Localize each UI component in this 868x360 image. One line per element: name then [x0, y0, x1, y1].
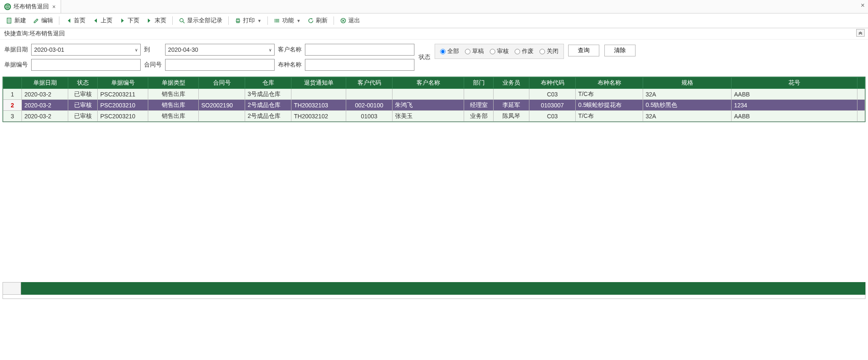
rownum-header[interactable] [3, 77, 22, 89]
tab-close-icon[interactable]: × [51, 3, 56, 10]
cell[interactable] [494, 89, 529, 100]
tab-active[interactable]: 坯布销售退回 × [0, 0, 61, 13]
cell[interactable]: PSC2003210 [98, 111, 148, 122]
rownum-cell[interactable]: 3 [3, 111, 22, 122]
status-draft[interactable]: 草稿 [465, 48, 484, 55]
window-close-icon[interactable]: × [861, 2, 865, 9]
cell[interactable]: 销售出库 [148, 89, 199, 100]
query-button[interactable]: 查询 [568, 45, 599, 56]
fabric-input[interactable] [305, 59, 414, 71]
table-row[interactable]: 22020-03-2已审核PSC2003210销售出库SO20021902号成品… [3, 100, 865, 111]
col-header[interactable]: 单据日期 [22, 77, 68, 89]
cell[interactable] [464, 89, 494, 100]
prev-page-button[interactable]: 上页 [90, 16, 115, 25]
refresh-button[interactable]: 刷新 [305, 16, 330, 25]
cell[interactable] [393, 89, 464, 100]
clear-button[interactable]: 清除 [604, 45, 636, 56]
col-header[interactable]: 单据类型 [148, 77, 199, 89]
exit-button[interactable]: 退出 [337, 16, 363, 25]
cell[interactable]: AABB [732, 111, 857, 122]
cell[interactable]: 2020-03-2 [22, 100, 68, 111]
cell[interactable]: TH20032103 [291, 100, 346, 111]
col-header[interactable]: 仓库 [245, 77, 291, 89]
search-icon [179, 17, 185, 24]
function-button[interactable]: 功能 ▼ [271, 16, 303, 25]
cell[interactable]: SO2002190 [199, 100, 245, 111]
cell[interactable]: 0.5蜈蚣纱提花布 [576, 100, 643, 111]
col-header[interactable]: 规格 [643, 77, 732, 89]
cell[interactable]: AABB [732, 89, 857, 100]
col-header[interactable]: 客户代码 [346, 77, 393, 89]
col-header[interactable]: 单据编号 [98, 77, 148, 89]
cell[interactable]: 2020-03-2 [22, 89, 68, 100]
col-header[interactable]: 客户名称 [393, 77, 464, 89]
col-header[interactable]: 状态 [68, 77, 98, 89]
cell[interactable]: 李延军 [494, 100, 529, 111]
cell[interactable]: 经理室 [464, 100, 494, 111]
status-all[interactable]: 全部 [440, 48, 459, 55]
date-from-input[interactable]: 2020-03-01 ∨ [31, 44, 141, 56]
cell[interactable]: 0.5轨纱黑色 [643, 100, 732, 111]
cell[interactable]: PSC2003210 [98, 100, 148, 111]
filter-actions: 查询 清除 [568, 44, 636, 56]
col-header[interactable]: 花号 [732, 77, 857, 89]
cell[interactable]: C03 [529, 111, 576, 122]
cell[interactable]: 3号成品仓库 [245, 89, 291, 100]
exit-icon [340, 17, 347, 24]
cell[interactable]: PSC2003211 [98, 89, 148, 100]
date-to-input[interactable]: 2020-04-30 ∨ [165, 44, 275, 56]
col-header[interactable]: 布种代码 [529, 77, 576, 89]
cell[interactable]: T/C布 [576, 111, 643, 122]
cell[interactable]: 32A [643, 111, 732, 122]
col-header[interactable]: 布种名称 [576, 77, 643, 89]
first-page-button[interactable]: 首页 [63, 16, 88, 25]
col-header[interactable]: 业务员 [494, 77, 529, 89]
cell[interactable] [199, 111, 245, 122]
collapse-toggle[interactable] [856, 29, 865, 37]
cell[interactable]: 0103007 [529, 100, 576, 111]
col-header[interactable]: 退货通知单 [291, 77, 346, 89]
cust-name-input[interactable] [305, 44, 414, 56]
cell[interactable]: 2020-03-2 [22, 111, 68, 122]
cell[interactable]: 张美玉 [393, 111, 464, 122]
rownum-cell[interactable]: 1 [3, 89, 22, 100]
cell[interactable]: 已审核 [68, 111, 98, 122]
cell[interactable]: 2号成品仓库 [245, 111, 291, 122]
print-button[interactable]: 打印 ▼ [232, 16, 264, 25]
cell[interactable]: 销售出库 [148, 100, 199, 111]
cell[interactable]: C03 [529, 89, 576, 100]
status-audited[interactable]: 审核 [490, 48, 509, 55]
cell[interactable]: 业务部 [464, 111, 494, 122]
rownum-cell[interactable]: 2 [3, 100, 22, 111]
cell[interactable]: TH20032102 [291, 111, 346, 122]
col-header[interactable]: 部门 [464, 77, 494, 89]
cell[interactable]: 朱鸿飞 [393, 100, 464, 111]
cell[interactable] [291, 89, 346, 100]
cell[interactable]: 陈凤琴 [494, 111, 529, 122]
cell[interactable]: 已审核 [68, 100, 98, 111]
cell[interactable]: 01003 [346, 111, 393, 122]
footer-rownum [3, 282, 21, 295]
cell[interactable] [346, 89, 393, 100]
status-void[interactable]: 作废 [515, 48, 534, 55]
edit-button[interactable]: 编辑 [30, 16, 56, 25]
contract-input[interactable] [165, 59, 275, 71]
doc-no-input[interactable] [31, 59, 141, 71]
cell[interactable]: 32A [643, 89, 732, 100]
new-button[interactable]: 新建 [3, 16, 29, 25]
col-header[interactable]: 合同号 [199, 77, 245, 89]
cell[interactable]: T/C布 [576, 89, 643, 100]
status-closed[interactable]: 关闭 [539, 48, 558, 55]
cell[interactable]: 002-00100 [346, 100, 393, 111]
table-row[interactable]: 12020-03-2已审核PSC2003211销售出库3号成品仓库C03T/C布… [3, 89, 865, 100]
cell[interactable]: 1234 [732, 100, 857, 111]
show-all-button[interactable]: 显示全部记录 [176, 16, 225, 25]
cell[interactable]: 已审核 [68, 89, 98, 100]
cell[interactable]: 2号成品仓库 [245, 100, 291, 111]
next-page-button[interactable]: 下页 [117, 16, 142, 25]
chevron-down-icon: ∨ [269, 48, 272, 52]
cell[interactable]: 销售出库 [148, 111, 199, 122]
cell[interactable] [199, 89, 245, 100]
last-page-button[interactable]: 末页 [144, 16, 169, 25]
table-row[interactable]: 32020-03-2已审核PSC2003210销售出库2号成品仓库TH20032… [3, 111, 865, 122]
